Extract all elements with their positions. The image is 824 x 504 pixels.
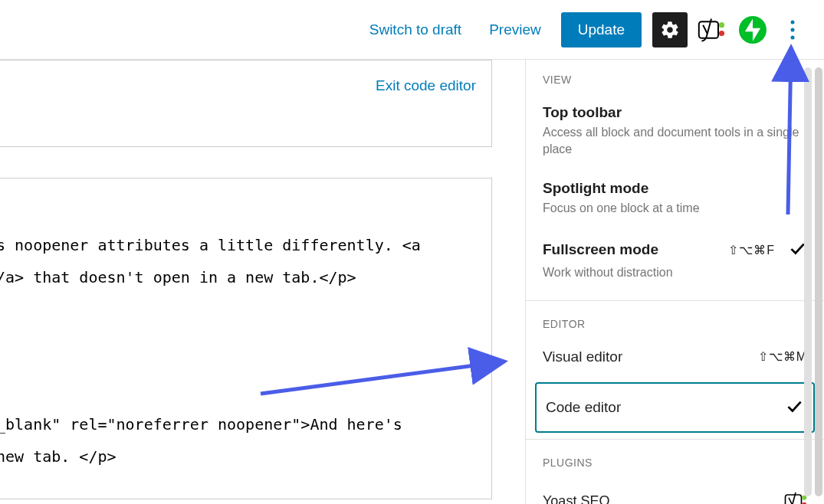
menu-title: Top toolbar [543, 104, 807, 121]
scrollbar[interactable] [804, 67, 812, 496]
shortcut-label: ⇧⌥⌘F [728, 243, 775, 257]
menu-item-top-toolbar[interactable]: Top toolbar Access all block and documen… [526, 95, 824, 171]
menu-title: Fullscreen mode [543, 241, 658, 258]
more-options-button[interactable] [776, 12, 809, 47]
svg-point-6 [791, 35, 795, 39]
menu-title: Visual editor [543, 349, 622, 365]
scrollbar[interactable] [815, 67, 822, 496]
code-line: /a> that doesn't open in a new tab.</p> [0, 261, 491, 293]
shortcut-label: ⇧⌥⌘M [758, 349, 807, 364]
menu-subtitle: Focus on one block at a time [543, 200, 807, 217]
menu-item-fullscreen-mode[interactable]: Fullscreen mode ⇧⌥⌘F Work without distra… [526, 229, 824, 293]
svg-marker-2 [745, 18, 753, 31]
settings-button[interactable] [652, 12, 688, 47]
plugin-item-yoast[interactable]: Yoast SEO [526, 478, 824, 504]
menu-subtitle: Access all block and document tools in a… [543, 124, 807, 159]
section-label-view: VIEW [526, 60, 824, 95]
menu-title: Code editor [546, 399, 621, 416]
code-content-box[interactable]: s noopener attributes a little different… [0, 178, 492, 499]
gear-icon [660, 20, 680, 40]
switch-to-draft-link[interactable]: Switch to draft [359, 14, 472, 46]
code-line: s noopener attributes a little different… [0, 229, 491, 261]
svg-point-0 [719, 22, 724, 28]
preview-link[interactable]: Preview [478, 14, 552, 46]
menu-item-code-editor[interactable]: Code editor [535, 382, 815, 433]
yoast-button[interactable] [694, 12, 729, 47]
code-line: _blank" rel="noreferrer noopener">And he… [0, 408, 491, 440]
menu-item-spotlight-mode[interactable]: Spotlight mode Focus on one block at a t… [526, 171, 824, 229]
top-toolbar: Switch to draft Preview Update [0, 0, 824, 60]
check-icon [784, 396, 804, 419]
divider [526, 439, 824, 440]
menu-title: Spotlight mode [543, 180, 807, 197]
plugin-name: Yoast SEO [543, 493, 609, 504]
more-vertical-icon [790, 20, 795, 40]
menu-subtitle: Work without distraction [543, 264, 807, 281]
section-label-plugins: PLUGINS [526, 443, 824, 478]
jetpack-button[interactable] [735, 12, 770, 47]
code-line: new tab. </p> [0, 440, 491, 473]
title-box: Exit code editor [0, 60, 492, 147]
options-menu: VIEW Top toolbar Access all block and do… [525, 60, 824, 504]
editor-area: Exit code editor s noopener attributes a… [0, 60, 525, 504]
svg-point-4 [791, 20, 795, 24]
jetpack-icon [739, 16, 767, 44]
svg-point-5 [791, 28, 795, 31]
yoast-icon [698, 16, 725, 44]
exit-code-editor-link[interactable]: Exit code editor [0, 61, 491, 108]
svg-marker-3 [753, 28, 760, 41]
svg-point-1 [719, 30, 724, 35]
divider [526, 300, 824, 301]
menu-item-visual-editor[interactable]: Visual editor ⇧⌥⌘M [526, 339, 824, 378]
update-button[interactable]: Update [561, 12, 642, 47]
section-label-editor: EDITOR [526, 304, 824, 339]
